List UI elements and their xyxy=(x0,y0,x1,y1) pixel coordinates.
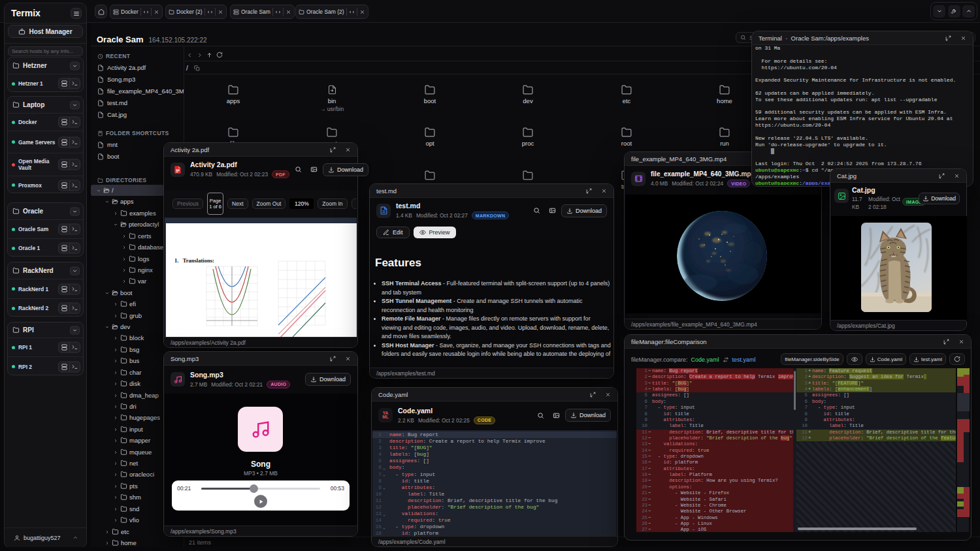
svg-text:1. Translations:: 1. Translations: xyxy=(174,257,214,264)
